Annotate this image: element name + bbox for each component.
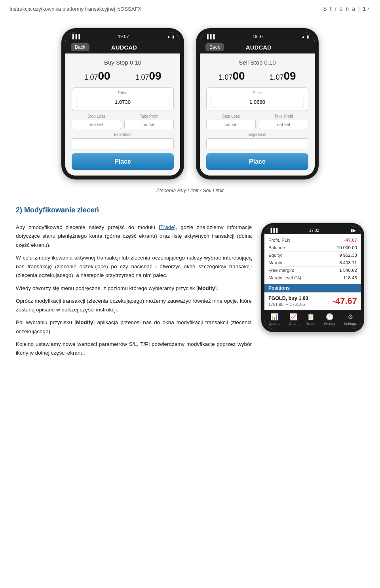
tab-quotes-label: Quotes (269, 322, 280, 326)
price-prefix-r2: 1.07 (270, 73, 283, 81)
expiration-section-left: Expiration (72, 132, 174, 149)
tab-trade-label: Trade (306, 322, 315, 326)
price-input-right[interactable] (211, 97, 304, 107)
section2-heading: 2) Modyfikowanie zleceń (0, 203, 380, 218)
price-suffix-2: 09 (149, 70, 161, 82)
battery-icon-r: ▮ (307, 34, 309, 39)
battery-icon: ▮ (172, 34, 175, 39)
back-button-right[interactable]: Back (205, 43, 224, 51)
stop-loss-col-right: Stop Loss (206, 114, 256, 129)
phone-left-content: Buy Stop 0.10 1.0700 1.0709 Price Stop L… (65, 53, 180, 176)
expiration-input-left[interactable] (72, 138, 174, 149)
expiration-label-right: Expiration (206, 132, 308, 137)
status-icons-right: ▲ ▮ (301, 34, 309, 39)
tab-quotes[interactable]: 📊 Quotes (266, 312, 283, 326)
stop-loss-input-left[interactable] (72, 120, 121, 129)
paragraph-5: Poi wybraniu przycisku [Modify] aplikacj… (16, 318, 252, 336)
stop-loss-input-right[interactable] (206, 120, 256, 129)
paragraph-6: Kolejno ustawiamy nowe wartości parametr… (16, 340, 252, 358)
price-prefix-2: 1.07 (135, 73, 149, 81)
trade-battery-icon: ▮▶ (351, 228, 356, 233)
price-row-left: 1.0700 1.0709 (72, 70, 174, 82)
expiration-input-right[interactable] (206, 138, 308, 149)
price-block-left-2: 1.0709 (135, 70, 161, 82)
tab-history[interactable]: 🕐 History (322, 312, 338, 326)
place-button-right[interactable]: Place (206, 153, 308, 170)
trade-status-bar: ▐▐▐ 17:02 ▮▶ (264, 226, 361, 234)
time-left: 19:07 (118, 34, 129, 39)
price-prefix-r1: 1.07 (218, 73, 232, 81)
phone-left: ▐▐▐ 19:07 ▲ ▮ Back AUDCAD Buy Stop 0.10 … (61, 28, 184, 179)
tab-trade[interactable]: 📋 Trade (304, 312, 318, 326)
sl-tp-row-left: Stop Loss Take Profit (72, 114, 174, 129)
page-header: Instrukcja użytkownika platformy transak… (0, 0, 380, 16)
tab-settings-label: Settings (344, 322, 357, 326)
paragraph-4: Oprócz modyfikacji transakcji (zlecenia … (16, 297, 252, 315)
price-block-right-2: 1.0709 (270, 70, 296, 82)
trade-info-profit: Profit, PLN: -47.67 (268, 237, 357, 244)
trade-info-margin: Margin: 8 403.71 (268, 259, 357, 267)
phone-right: ▐▐▐ 19:07 ▲ ▮ Back AUDCAD Sell Stop 0.10… (196, 28, 319, 179)
price-input-left[interactable] (76, 97, 169, 107)
modify-link-2: Modify (76, 319, 93, 325)
wifi-icon-r: ▲ (301, 34, 305, 39)
trade-screen: ▐▐▐ 17:02 ▮▶ Profit, PLN: -47.67 Balance… (264, 226, 361, 329)
wifi-icon: ▲ (167, 34, 171, 39)
place-button-left[interactable]: Place (72, 153, 174, 170)
price-suffix-1: 00 (98, 70, 110, 82)
expiration-section-right: Expiration (206, 132, 308, 149)
expiration-label-left: Expiration (72, 132, 174, 137)
nav-title-right: AUDCAD (246, 44, 272, 51)
sl-tp-row-right: Stop Loss Take Profit (206, 114, 308, 129)
trade-bottom-bar: 📊 Quotes 📈 Chart 📋 Trade 🕐 History (264, 310, 361, 329)
position-name: FGOLD, buy 1.00 (268, 296, 308, 301)
positions-header: Positions (264, 284, 361, 292)
phone-right-content: Sell Stop 0.10 1.0700 1.0709 Price Stop … (200, 53, 315, 176)
paragraph-3: Wtedy otworzy się menu podręczne, z pozi… (16, 284, 252, 293)
back-button-left[interactable]: Back (71, 43, 89, 51)
take-profit-col-left: Take Profit (124, 114, 174, 129)
take-profit-input-left[interactable] (124, 120, 174, 129)
tab-chart-label: Chart (289, 322, 298, 326)
trade-info-margin-level: Margin level (%): 118.43 (268, 274, 357, 281)
quotes-icon: 📊 (270, 313, 278, 321)
settings-icon: ⚙ (348, 313, 353, 321)
take-profit-label-left: Take Profit (124, 114, 174, 118)
stop-loss-col-left: Stop Loss (72, 114, 121, 129)
price-prefix-1: 1.07 (84, 73, 98, 81)
trade-phone: ▐▐▐ 17:02 ▮▶ Profit, PLN: -47.67 Balance… (261, 223, 364, 332)
take-profit-input-right[interactable] (259, 120, 308, 129)
status-bar-right: ▐▐▐ 19:07 ▲ ▮ (200, 32, 315, 41)
phone-left-screen: ▐▐▐ 19:07 ▲ ▮ Back AUDCAD Buy Stop 0.10 … (65, 32, 180, 176)
modify-link-1: Modify (198, 285, 215, 291)
tab-history-label: History (324, 322, 335, 326)
price-suffix-r1: 00 (232, 70, 245, 82)
position-prices: 1761.95 → 1761.65 (268, 302, 308, 307)
paragraph-1: Aby zmodyfikować zlecenie należy przejść… (16, 223, 252, 250)
phone-right-screen: ▐▐▐ 19:07 ▲ ▮ Back AUDCAD Sell Stop 0.10… (200, 32, 315, 176)
chart-icon: 📈 (289, 313, 297, 321)
phones-caption: Zlecenia Buy Limit / Sell Limit (0, 187, 380, 193)
trade-link-1[interactable]: Trade (160, 224, 174, 230)
history-icon: 🕐 (326, 313, 334, 321)
signal-icon-r: ▐▐▐ (205, 34, 215, 39)
price-block-right-1: 1.0700 (218, 70, 245, 82)
two-col-section: Aby zmodyfikować zlecenie należy przejść… (0, 223, 380, 361)
tab-chart[interactable]: 📈 Chart (287, 312, 300, 326)
trade-time: 17:02 (309, 228, 319, 233)
status-icons-left: ▲ ▮ (167, 34, 175, 39)
paragraph-2: W celu zmodyfikowania aktywnej transakcj… (16, 254, 252, 280)
text-column: Aby zmodyfikować zlecenie należy przejść… (16, 223, 252, 361)
price-block-left-1: 1.0700 (84, 70, 110, 82)
order-type-right: Sell Stop 0.10 (206, 59, 308, 66)
trade-info-balance: Balance: 10 000.00 (268, 244, 357, 252)
stop-loss-label-right: Stop Loss (206, 114, 256, 118)
price-section-left: Price (72, 87, 174, 111)
trade-info-list: Profit, PLN: -47.67 Balance: 10 000.00 E… (264, 234, 361, 284)
status-bar-left: ▐▐▐ 19:07 ▲ ▮ (65, 32, 180, 41)
position-row[interactable]: FGOLD, buy 1.00 1761.95 → 1761.65 -47.67 (264, 292, 361, 310)
price-row-right: 1.0700 1.0709 (206, 70, 308, 82)
tab-settings[interactable]: ⚙ Settings (342, 312, 359, 326)
take-profit-label-right: Take Profit (259, 114, 308, 118)
trade-info-free-margin: Free margin: 1 548.62 (268, 267, 357, 274)
